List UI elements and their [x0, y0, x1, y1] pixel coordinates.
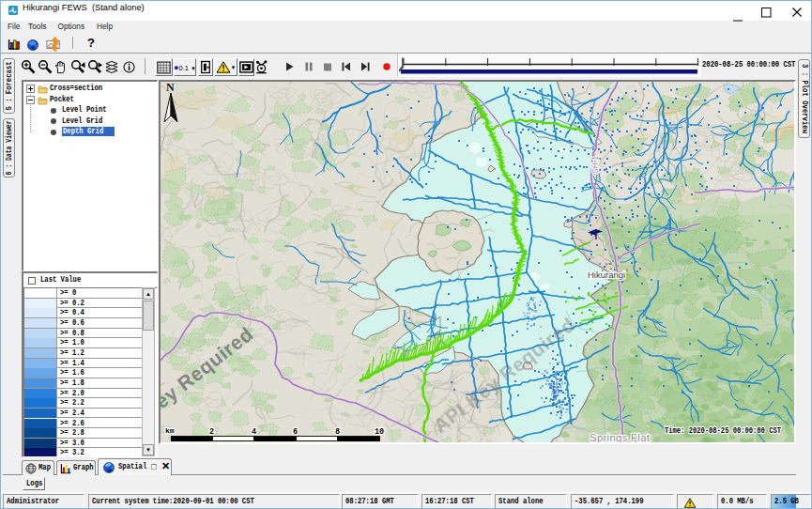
svg-text:Springs Flat: Springs Flat	[590, 432, 651, 442]
svg-text:6 : Data Viewer: 6 : Data Viewer	[5, 121, 14, 176]
svg-text:SH 1: SH 1	[590, 156, 600, 174]
svg-text:4: 4	[252, 427, 256, 437]
svg-text:Hikurangi: Hikurangi	[588, 270, 625, 280]
svg-text:N: N	[166, 82, 175, 94]
svg-text:3 : Plot Overview: 3 : Plot Overview	[800, 64, 809, 133]
svg-text:5 : Forecast: 5 : Forecast	[5, 62, 14, 111]
svg-text:km: km	[165, 426, 175, 435]
svg-text:10: 10	[375, 427, 384, 437]
svg-text:8: 8	[335, 427, 340, 437]
svg-text:2: 2	[209, 427, 214, 437]
svg-text:6: 6	[293, 427, 298, 437]
svg-text:Time: 2020-08-25 00:00:00 CST: Time: 2020-08-25 00:00:00 CST	[665, 425, 781, 436]
